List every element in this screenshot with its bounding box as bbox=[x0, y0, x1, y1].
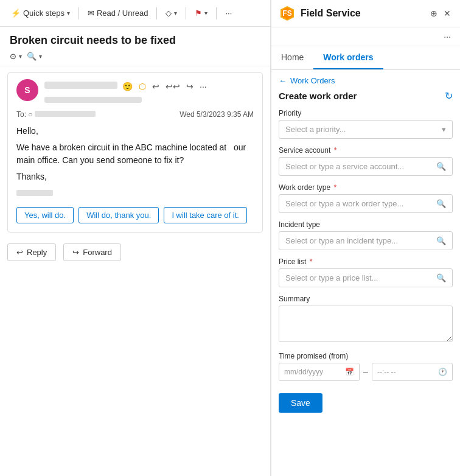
email-body-text: Hello, We have a broken circuit in the A… bbox=[16, 125, 254, 200]
time-promised-label: Time promised (from) bbox=[279, 352, 453, 360]
toolbar-divider-1 bbox=[78, 7, 79, 19]
field-service-app-icon: FS bbox=[279, 5, 296, 22]
forward-button[interactable]: ↪ Forward bbox=[63, 243, 121, 261]
flag-button[interactable]: ⚑ ▾ bbox=[190, 6, 212, 20]
email-action-icons: 🙂 ⬡ ↩ ↩↩ ↪ ··· bbox=[121, 80, 208, 93]
pin-button[interactable]: ⊕ bbox=[428, 7, 439, 20]
sender-name-blurred bbox=[44, 82, 117, 89]
tab-work-orders[interactable]: Work orders bbox=[313, 46, 383, 69]
summary-textarea[interactable] bbox=[279, 306, 453, 342]
sender-name-footer-blurred bbox=[16, 190, 53, 196]
right-panel-title: Field Service bbox=[301, 8, 428, 19]
time-input[interactable]: --:-- -- 🕐 bbox=[372, 363, 453, 381]
clock-icon: 🕐 bbox=[438, 368, 447, 376]
more-toolbar-button[interactable]: ··· bbox=[220, 6, 237, 20]
forward-icon-button[interactable]: ↪ bbox=[185, 80, 195, 93]
emoji-button[interactable]: 🙂 bbox=[121, 80, 134, 93]
time-promised-row: mm/dd/yyyy 📅 – --:-- -- 🕐 bbox=[279, 363, 453, 381]
suggested-reply-3[interactable]: I will take care of it. bbox=[164, 207, 247, 223]
priority-select[interactable]: Select a priority... ▾ bbox=[279, 120, 453, 139]
quick-steps-button[interactable]: ⚡ Quick steps ▾ bbox=[6, 6, 75, 20]
search-email-button[interactable]: 🔍 ▾ bbox=[27, 52, 42, 61]
close-panel-button[interactable]: ✕ bbox=[442, 7, 453, 20]
suggested-replies: Yes, will do. Will do, thank you. I will… bbox=[16, 207, 254, 223]
price-list-required: * bbox=[310, 257, 313, 266]
reward-button[interactable]: ⬡ bbox=[138, 80, 147, 93]
tag-chevron: ▾ bbox=[174, 10, 177, 16]
back-nav[interactable]: ← Work Orders bbox=[279, 76, 453, 85]
email-to-row: To: ○ Wed 5/3/2023 9:35 AM bbox=[16, 110, 254, 119]
service-account-placeholder: Select or type a service account... bbox=[285, 162, 404, 171]
email-meta: S 🙂 ⬡ ↩ ↩↩ ↪ ··· bbox=[16, 79, 254, 105]
email-content: We have a broken circuit in the ABC mach… bbox=[16, 141, 254, 167]
read-unread-button[interactable]: ✉ Read / Unread bbox=[83, 6, 153, 20]
price-list-input[interactable]: Select or type a price list... 🔍 bbox=[279, 268, 453, 287]
tag-email-button[interactable]: ⊙ ▾ bbox=[10, 52, 22, 61]
email-subject: Broken circuit needs to be fixed bbox=[10, 34, 260, 47]
back-arrow-icon: ← bbox=[279, 76, 287, 85]
tab-home[interactable]: Home bbox=[271, 46, 313, 69]
sender-email-blurred bbox=[44, 97, 142, 103]
priority-select-inner: Select a priority... ▾ bbox=[285, 125, 446, 134]
incident-type-label: Incident type bbox=[279, 220, 453, 229]
forward-arrow-icon: ↪ bbox=[72, 248, 79, 257]
back-label: Work Orders bbox=[290, 76, 335, 85]
more-icon: ··· bbox=[225, 9, 232, 18]
email-thanks: Thanks, bbox=[16, 170, 254, 183]
email-sender-blurred bbox=[16, 187, 254, 200]
service-account-input[interactable]: Select or type a service account... 🔍 bbox=[279, 157, 453, 176]
email-from-block: 🙂 ⬡ ↩ ↩↩ ↪ ··· bbox=[44, 79, 254, 105]
section-title-row: Create work order ↻ bbox=[279, 90, 453, 102]
reply-arrow-icon: ↩ bbox=[16, 248, 23, 257]
reply-all-button[interactable]: ↩↩ bbox=[164, 80, 181, 93]
quick-steps-label: Quick steps bbox=[23, 9, 64, 18]
service-account-field: Service account * Select or type a servi… bbox=[279, 146, 453, 176]
tag-small-icon: ⊙ bbox=[10, 52, 16, 61]
suggested-reply-1[interactable]: Yes, will do. bbox=[16, 207, 74, 223]
quick-steps-chevron: ▾ bbox=[67, 10, 70, 16]
more-panel-button[interactable]: ··· bbox=[442, 30, 453, 43]
reply-button[interactable]: ↩ Reply bbox=[7, 243, 56, 261]
search-icon: 🔍 bbox=[27, 52, 37, 61]
search-chevron: ▾ bbox=[39, 53, 42, 60]
left-panel: ⚡ Quick steps ▾ ✉ Read / Unread ◇ ▾ ⚑ ▾ … bbox=[0, 0, 271, 476]
refresh-button[interactable]: ↻ bbox=[445, 90, 453, 102]
form-title: Create work order bbox=[279, 91, 357, 101]
email-toolbar: ⚡ Quick steps ▾ ✉ Read / Unread ◇ ▾ ⚑ ▾ … bbox=[0, 0, 270, 27]
save-button[interactable]: Save bbox=[279, 393, 322, 413]
incident-type-input[interactable]: Select or type an incident type... 🔍 bbox=[279, 231, 453, 250]
tag-icon: ◇ bbox=[166, 9, 172, 18]
price-list-placeholder: Select or type a price list... bbox=[285, 273, 378, 282]
email-body: S 🙂 ⬡ ↩ ↩↩ ↪ ··· bbox=[0, 66, 270, 476]
calendar-icon: 📅 bbox=[345, 368, 354, 376]
more-email-button[interactable]: ··· bbox=[198, 80, 208, 93]
tag-button[interactable]: ◇ ▾ bbox=[161, 6, 182, 20]
work-order-type-field: Work order type * Select or type a work … bbox=[279, 183, 453, 213]
priority-chevron-icon: ▾ bbox=[442, 125, 446, 134]
incident-type-field: Incident type Select or type an incident… bbox=[279, 220, 453, 250]
reply-icon-button[interactable]: ↩ bbox=[151, 80, 161, 93]
work-order-type-label: Work order type * bbox=[279, 183, 453, 192]
right-header-more: ··· bbox=[271, 27, 460, 46]
price-list-search-icon: 🔍 bbox=[436, 273, 446, 282]
incident-type-search-icon: 🔍 bbox=[436, 236, 446, 245]
date-placeholder: mm/dd/yyyy bbox=[284, 368, 323, 376]
service-account-required: * bbox=[334, 146, 337, 155]
work-order-type-placeholder: Select or type a work order type... bbox=[285, 199, 403, 208]
toolbar-divider-2 bbox=[156, 7, 157, 19]
forward-label: Forward bbox=[83, 248, 112, 257]
date-input[interactable]: mm/dd/yyyy 📅 bbox=[279, 363, 360, 381]
recipient-blurred bbox=[35, 111, 96, 117]
email-actions-row: ⊙ ▾ 🔍 ▾ bbox=[10, 52, 260, 61]
summary-label: Summary bbox=[279, 295, 453, 303]
right-panel: FS Field Service ⊕ ✕ ··· Home Work order… bbox=[271, 0, 460, 476]
read-unread-label: Read / Unread bbox=[97, 9, 148, 18]
service-account-label: Service account * bbox=[279, 146, 453, 155]
avatar: S bbox=[16, 79, 38, 101]
to-label: To: ○ bbox=[16, 110, 96, 119]
priority-placeholder: Select a priority... bbox=[285, 125, 346, 134]
time-promised-field: Time promised (from) mm/dd/yyyy 📅 – --:-… bbox=[279, 352, 453, 381]
work-order-type-input[interactable]: Select or type a work order type... 🔍 bbox=[279, 194, 453, 213]
toolbar-divider-3 bbox=[186, 7, 186, 19]
suggested-reply-2[interactable]: Will do, thank you. bbox=[78, 207, 159, 223]
